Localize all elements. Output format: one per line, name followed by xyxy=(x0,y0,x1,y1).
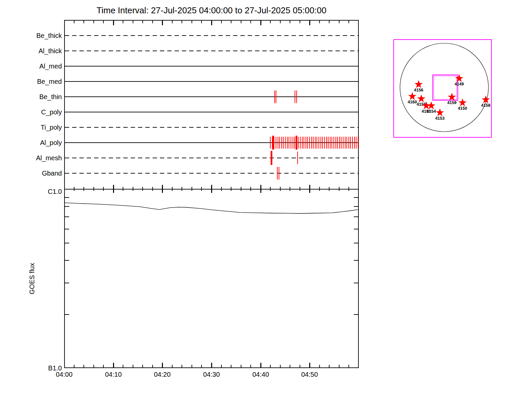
time-tick-bottom xyxy=(133,365,133,367)
goes-log-tick-right xyxy=(354,260,358,261)
exposure-tick-Al_poly xyxy=(324,137,325,149)
exposure-tick-Al_mesh xyxy=(297,152,298,164)
time-tick-bottom xyxy=(300,365,300,367)
active-region-label-4150: 4150 xyxy=(458,106,467,111)
plot-title: Time Interval: 27-Jul-2025 04:00:00 to 2… xyxy=(64,5,359,16)
time-tick-middle xyxy=(192,187,192,191)
time-tick-middle xyxy=(152,187,153,191)
exposure-tick-Be_thin xyxy=(296,90,297,103)
time-label-04:20: 04:20 xyxy=(147,370,177,378)
exposure-tick-Al_poly xyxy=(306,137,306,149)
time-tick-top xyxy=(103,21,104,23)
exposure-tick-Be_thin xyxy=(274,90,275,103)
exposure-tick-Al_poly xyxy=(356,137,356,149)
exposure-tick-Al_poly xyxy=(304,137,304,149)
exposure-tick-Al_poly xyxy=(326,137,327,149)
filter-timeline-panel xyxy=(64,20,359,190)
time-tick-top xyxy=(339,21,339,23)
goes-log-tick-left xyxy=(65,216,69,217)
exposure-tick-Be_thin xyxy=(295,90,295,103)
exposure-tick-Al_poly xyxy=(341,137,341,149)
filter-line-Al_med xyxy=(65,66,358,66)
filter-label-Al_med: Al_med xyxy=(9,62,62,70)
exposure-tick-Al_poly xyxy=(289,137,289,149)
exposure-tick-Al_poly xyxy=(317,137,317,149)
solar-disk-inset: 4149415641604155415141544153415941504158 xyxy=(393,39,492,138)
time-tick-bottom xyxy=(309,363,310,367)
time-tick-middle xyxy=(93,187,94,191)
time-tick-top xyxy=(348,21,349,23)
time-tick-bottom xyxy=(250,365,251,367)
active-region-label-4156: 4156 xyxy=(414,88,423,92)
exposure-tick-Al_poly xyxy=(293,137,293,149)
exposure-tick-Al_poly xyxy=(328,137,329,149)
time-tick-middle xyxy=(221,187,222,191)
time-tick-middle xyxy=(162,185,163,193)
time-tick-bottom xyxy=(211,363,212,367)
time-tick-middle xyxy=(290,187,290,191)
goes-log-tick-right xyxy=(354,229,358,229)
filter-label-Ti_poly: Ti_poly xyxy=(9,123,62,132)
time-tick-top xyxy=(211,21,212,25)
goes-log-tick-left xyxy=(65,243,69,243)
time-tick-top xyxy=(162,21,163,25)
time-tick-bottom xyxy=(339,365,339,367)
time-tick-bottom xyxy=(241,365,241,367)
time-tick-top xyxy=(250,21,251,23)
exposure-tick-Al_poly xyxy=(337,137,338,149)
time-tick-middle xyxy=(133,187,133,191)
time-tick-top xyxy=(113,21,114,25)
filter-label-Gband: Gband xyxy=(9,169,62,178)
time-label-04:30: 04:30 xyxy=(197,370,226,378)
active-region-star-4153 xyxy=(436,108,444,116)
time-tick-bottom xyxy=(93,365,94,367)
filter-line-Gband xyxy=(65,173,358,174)
exposure-tick-Al_poly xyxy=(332,137,332,149)
time-tick-bottom xyxy=(260,363,261,367)
exposure-tick-Al_poly xyxy=(343,137,343,149)
exposure-tick-Al_poly xyxy=(339,137,340,149)
time-tick-middle xyxy=(123,187,123,191)
goes-log-tick-left xyxy=(65,229,69,229)
time-tick-top xyxy=(241,21,241,23)
time-tick-top xyxy=(192,21,192,23)
time-tick-bottom xyxy=(192,365,192,367)
active-region-label-4154: 4154 xyxy=(427,109,436,114)
time-tick-bottom xyxy=(83,365,84,367)
active-region-star-4156 xyxy=(415,80,423,88)
active-region-label-4159: 4159 xyxy=(447,100,457,105)
time-tick-middle xyxy=(83,187,84,191)
exposure-tick-Al_poly xyxy=(278,137,278,149)
time-tick-top xyxy=(329,21,330,23)
goes-log-tick-right xyxy=(354,197,358,198)
goes-log-tick-left xyxy=(65,206,69,207)
exposure-tick-Al_poly xyxy=(279,137,280,149)
goes-flux-curve xyxy=(65,190,358,367)
time-tick-top xyxy=(123,21,123,23)
exposure-tick-Al_poly xyxy=(296,136,297,150)
exposure-tick-Al_poly xyxy=(302,137,303,149)
time-tick-bottom xyxy=(348,365,349,367)
goes-log-tick-left xyxy=(65,197,69,198)
time-tick-top xyxy=(93,21,94,23)
time-tick-middle xyxy=(260,185,261,193)
time-tick-bottom xyxy=(103,365,104,367)
time-tick-middle xyxy=(250,187,251,191)
time-tick-middle xyxy=(172,187,173,191)
time-tick-top xyxy=(152,21,153,23)
time-tick-bottom xyxy=(270,365,271,367)
exposure-tick-Gband xyxy=(277,167,278,180)
time-tick-middle xyxy=(231,187,231,191)
time-tick-bottom xyxy=(113,363,114,367)
time-tick-bottom xyxy=(172,365,173,367)
exposure-tick-Al_poly xyxy=(300,137,301,149)
time-tick-top xyxy=(290,21,290,23)
time-tick-top xyxy=(309,21,310,25)
time-tick-top xyxy=(319,21,320,23)
exposure-tick-Al_poly xyxy=(307,137,308,149)
goes-ymax-label: C1.0 xyxy=(9,187,62,196)
time-tick-top xyxy=(172,21,173,23)
filter-line-Al_thick xyxy=(65,51,358,51)
goes-log-tick-right xyxy=(354,216,358,217)
time-tick-middle xyxy=(339,187,339,191)
